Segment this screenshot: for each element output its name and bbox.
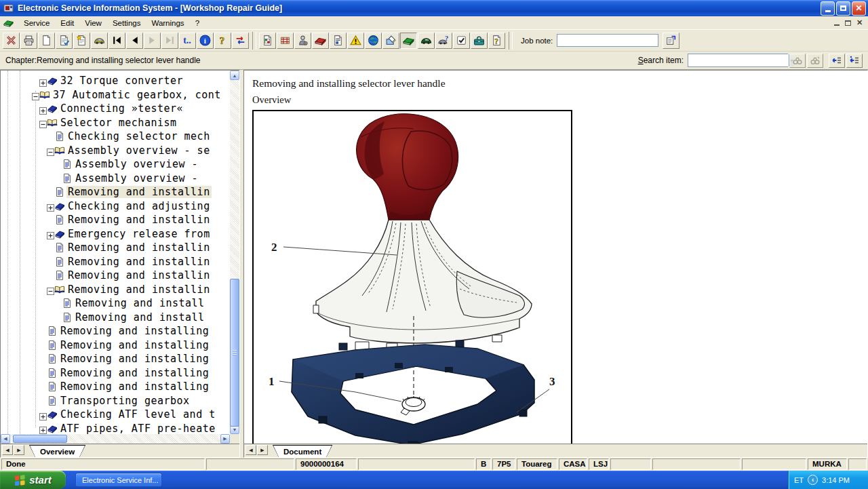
tree-item-label[interactable]: Removing and installin	[66, 214, 212, 226]
tree-item[interactable]: Removing and installing	[1, 338, 230, 353]
tab-scroll-left-button[interactable]: ◀	[2, 445, 13, 455]
collapse-icon[interactable]	[47, 286, 54, 293]
nav-forward-button[interactable]	[144, 33, 161, 49]
mdi-restore-button[interactable]	[842, 18, 854, 28]
parcel-button[interactable]	[277, 33, 294, 49]
scroll-up-button[interactable]: ▲	[230, 71, 239, 80]
tree-item[interactable]: Assembly overview -	[1, 157, 230, 172]
mechanic-button[interactable]	[294, 33, 311, 49]
tree-item[interactable]: Removing and installing	[1, 380, 230, 394]
search-item-combobox[interactable]: ▼	[688, 54, 788, 67]
scroll-right-button[interactable]: ▶	[220, 434, 230, 444]
expand-icon[interactable]	[39, 105, 47, 113]
new-page-button[interactable]	[38, 33, 55, 49]
nav-first-button[interactable]	[108, 33, 125, 49]
tree-item[interactable]: ATF pipes, ATF pre-heate	[1, 422, 230, 435]
tab-scroll-right-button[interactable]: ▶	[257, 445, 268, 455]
tree-item[interactable]: Selector mechanism	[1, 116, 230, 130]
car-button[interactable]	[91, 33, 108, 49]
tree-item[interactable]: Removing and installing	[1, 352, 230, 366]
menu-service[interactable]: Service	[18, 18, 55, 28]
tree-vertical-scrollbar[interactable]: ▲ ▼	[230, 71, 239, 434]
expand-icon[interactable]	[39, 77, 47, 85]
search-input[interactable]	[688, 54, 789, 66]
tree-item[interactable]: Removing and installin	[1, 283, 230, 297]
minimize-button[interactable]	[821, 1, 835, 16]
tree-item-label[interactable]: Checking selector mech	[66, 130, 212, 142]
jump-to-list-alt-button[interactable]	[846, 54, 863, 68]
tree-item-label[interactable]: Removing and installing	[59, 380, 210, 393]
menu-settings[interactable]: Settings	[107, 18, 146, 28]
menu-[interactable]: ?	[190, 18, 205, 28]
tree-horizontal-scrollbar[interactable]: ◀ ▶	[1, 434, 230, 444]
tree-item[interactable]: 32 Torque converter	[1, 74, 230, 88]
collapse-icon[interactable]	[39, 119, 47, 126]
expand-icon[interactable]	[39, 411, 47, 418]
tree-item-label[interactable]: Assembly overview - se	[66, 144, 212, 157]
tree-item-label[interactable]: ATF pipes, ATF pre-heate	[59, 423, 217, 434]
tab-overview[interactable]: Overview	[29, 445, 85, 457]
mdi-minimize-button[interactable]	[831, 18, 842, 28]
horizontal-scroll-thumb[interactable]	[13, 435, 67, 443]
green-car-button[interactable]	[418, 33, 435, 49]
menu-view[interactable]: View	[79, 18, 107, 28]
start-button[interactable]: start	[0, 471, 66, 489]
tree-item-label[interactable]: Emergency release from	[66, 228, 212, 240]
nav-back-button[interactable]	[126, 33, 143, 49]
tree-item-label[interactable]: Removing and installin	[66, 256, 212, 268]
tree-item[interactable]: Transporting gearbox	[1, 394, 230, 408]
scroll-left-button[interactable]: ◀	[1, 434, 10, 444]
job-note-properties-button[interactable]	[663, 33, 679, 49]
tree-item[interactable]: Removing and installin	[1, 269, 230, 283]
tree-item-label[interactable]: Removing and install	[74, 297, 206, 309]
tree-item-label[interactable]: 37 Automatic gearbox, cont	[52, 89, 222, 101]
tree-item[interactable]: 37 Automatic gearbox, cont	[1, 88, 230, 102]
history-t-button[interactable]: t..	[179, 33, 196, 49]
doc-text-button[interactable]	[330, 33, 347, 49]
tree-item-label[interactable]: Assembly overview -	[74, 172, 199, 184]
tree-item-label[interactable]: Connecting »tester«	[59, 102, 184, 115]
page-edit-button[interactable]	[56, 33, 73, 49]
tree-item-label[interactable]: Removing and installin	[66, 283, 212, 296]
toolbox-button[interactable]	[471, 33, 488, 49]
tree-item[interactable]: Removing and installing	[1, 366, 230, 380]
tree-item-label[interactable]: Checking ATF level and t	[59, 408, 217, 420]
tree-item[interactable]: Removing and installin	[1, 185, 230, 199]
tree-item[interactable]: Removing and installin	[1, 213, 230, 227]
globe-button[interactable]	[365, 33, 382, 49]
mdi-close-button[interactable]: ✕	[854, 18, 865, 28]
info-button[interactable]: i	[197, 33, 214, 49]
tree-item-label[interactable]: Removing and installing	[59, 339, 210, 351]
tree-item-label[interactable]: Removing and installin	[66, 241, 212, 254]
checklist-button[interactable]	[453, 33, 470, 49]
tab-scroll-right-button[interactable]: ▶	[14, 445, 24, 455]
restore-button[interactable]	[836, 1, 850, 16]
close-button[interactable]: ✕	[852, 1, 866, 16]
tree-item-label[interactable]: Transporting gearbox	[59, 395, 191, 407]
tree-item[interactable]: Checking selector mech	[1, 130, 230, 144]
tree-item[interactable]: Assembly overview -	[1, 172, 230, 186]
menu-edit[interactable]: Edit	[55, 18, 79, 28]
jump-to-list-button[interactable]	[829, 54, 845, 68]
tree-item[interactable]: Connecting »tester«	[1, 102, 230, 116]
tree-item-label[interactable]: Removing and installing	[59, 367, 210, 379]
tray-language-bar-icon[interactable]: ‹	[808, 475, 818, 485]
green-book-button[interactable]	[400, 33, 417, 49]
tree-item-label[interactable]: Checking and adjusting	[66, 200, 212, 212]
collapse-icon[interactable]	[47, 146, 54, 154]
taskbar-task-button[interactable]: Electronic Service Inf...	[75, 473, 162, 487]
tree-item-label[interactable]: Removing and installin	[66, 186, 212, 198]
car-question-button[interactable]: ?	[435, 33, 452, 49]
tree-item-label[interactable]: Selector mechanism	[59, 117, 178, 129]
expand-icon[interactable]	[47, 230, 54, 237]
tree-item[interactable]: Assembly overview - se	[1, 144, 230, 158]
tree-item[interactable]: Removing and installing	[1, 324, 230, 338]
find-button[interactable]	[789, 54, 806, 68]
tree-item[interactable]: Checking ATF level and t	[1, 408, 230, 422]
tree-item-label[interactable]: Assembly overview -	[74, 158, 199, 170]
tree-item[interactable]: Emergency release from	[1, 227, 230, 241]
find-next-button[interactable]	[807, 54, 823, 68]
tree-item-label[interactable]: Removing and installing	[59, 353, 210, 365]
language-indicator[interactable]: ET	[794, 476, 804, 484]
doc-table-button[interactable]	[259, 33, 276, 49]
